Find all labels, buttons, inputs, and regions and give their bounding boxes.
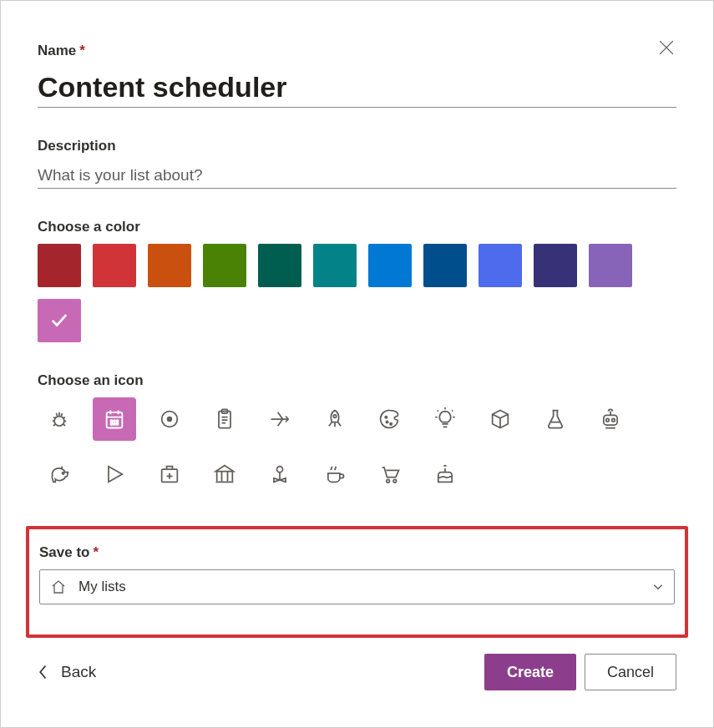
name-label-text: Name bbox=[38, 43, 76, 58]
play-icon bbox=[103, 463, 126, 486]
save-to-highlight: Save to* My lists bbox=[26, 526, 688, 638]
name-field-group: Name* bbox=[38, 43, 676, 108]
target-icon bbox=[158, 407, 181, 431]
icon-option-airplane[interactable] bbox=[258, 397, 301, 441]
svg-point-14 bbox=[386, 421, 387, 422]
icon-option-clipboard[interactable] bbox=[203, 397, 246, 441]
icon-option-bank[interactable] bbox=[203, 452, 246, 496]
icon-option-robot[interactable] bbox=[589, 397, 632, 441]
color-swatch-orange[interactable] bbox=[148, 244, 191, 287]
icon-option-rocket[interactable] bbox=[313, 397, 357, 441]
calendar-icon bbox=[103, 407, 126, 431]
svg-point-21 bbox=[277, 467, 283, 473]
airplane-icon bbox=[268, 407, 291, 431]
piggybank-icon bbox=[48, 463, 71, 486]
svg-point-9 bbox=[168, 417, 172, 422]
medical-icon bbox=[158, 463, 181, 486]
color-swatch-teal[interactable] bbox=[313, 244, 357, 287]
svg-point-17 bbox=[606, 418, 610, 422]
rocket-icon bbox=[323, 407, 347, 431]
bug-icon bbox=[48, 407, 71, 431]
create-button[interactable]: Create bbox=[484, 654, 576, 690]
svg-point-3 bbox=[114, 420, 115, 422]
bank-icon bbox=[213, 463, 236, 486]
svg-point-15 bbox=[390, 423, 392, 425]
home-icon bbox=[50, 579, 67, 595]
chevron-down-icon bbox=[652, 581, 664, 593]
robot-icon bbox=[599, 407, 622, 431]
cart-icon bbox=[378, 463, 402, 486]
name-label: Name* bbox=[38, 43, 676, 59]
choose-icon-label: Choose an icon bbox=[38, 372, 676, 389]
icon-option-cube[interactable] bbox=[479, 397, 522, 441]
choose-icon-group: Choose an icon bbox=[38, 372, 676, 496]
icon-option-cart[interactable] bbox=[368, 452, 412, 496]
icon-option-target[interactable] bbox=[148, 397, 191, 441]
icon-option-palette[interactable] bbox=[368, 397, 412, 441]
svg-point-18 bbox=[612, 418, 615, 422]
icon-option-cake[interactable] bbox=[423, 452, 467, 496]
svg-point-23 bbox=[393, 479, 397, 483]
svg-point-22 bbox=[387, 479, 390, 483]
clipboard-icon bbox=[213, 407, 236, 431]
palette-icon bbox=[378, 407, 402, 431]
icon-option-piggybank[interactable] bbox=[38, 452, 81, 496]
cake-icon bbox=[433, 463, 457, 486]
icon-grid bbox=[38, 397, 676, 496]
svg-point-6 bbox=[114, 423, 115, 425]
icon-option-bug[interactable] bbox=[38, 397, 81, 441]
back-label: Back bbox=[61, 663, 96, 681]
description-input[interactable] bbox=[38, 163, 676, 189]
lightbulb-icon bbox=[433, 407, 457, 431]
color-swatches bbox=[38, 244, 676, 342]
svg-point-7 bbox=[116, 423, 118, 425]
choose-color-label: Choose a color bbox=[38, 219, 676, 235]
dialog-footer: Back Create Cancel bbox=[38, 654, 676, 690]
color-swatch-dark-blue[interactable] bbox=[423, 244, 467, 287]
choose-color-group: Choose a color bbox=[38, 219, 676, 342]
svg-point-5 bbox=[110, 423, 112, 425]
color-swatch-blue[interactable] bbox=[368, 244, 412, 287]
color-swatch-red[interactable] bbox=[93, 244, 136, 287]
location-icon bbox=[268, 463, 291, 486]
back-button[interactable]: Back bbox=[38, 663, 96, 681]
svg-point-19 bbox=[63, 473, 64, 474]
chevron-left-icon bbox=[38, 664, 49, 680]
icon-option-location[interactable] bbox=[258, 452, 301, 496]
close-button[interactable] bbox=[653, 34, 680, 61]
svg-point-13 bbox=[385, 417, 387, 418]
color-swatch-dark-teal[interactable] bbox=[258, 244, 301, 287]
color-swatch-pink[interactable] bbox=[38, 299, 81, 342]
svg-point-0 bbox=[54, 417, 64, 427]
svg-point-4 bbox=[116, 420, 118, 422]
icon-option-beaker[interactable] bbox=[534, 397, 577, 441]
color-swatch-purple[interactable] bbox=[589, 244, 632, 287]
color-swatch-green[interactable] bbox=[203, 244, 246, 287]
icon-option-calendar[interactable] bbox=[93, 397, 136, 441]
description-label: Description bbox=[38, 138, 676, 154]
color-swatch-navy[interactable] bbox=[534, 244, 577, 287]
cancel-button[interactable]: Cancel bbox=[585, 654, 676, 690]
cube-icon bbox=[489, 407, 512, 431]
check-icon bbox=[50, 311, 68, 330]
icon-option-coffee[interactable] bbox=[313, 452, 357, 496]
svg-point-2 bbox=[110, 420, 112, 422]
save-to-label-text: Save to bbox=[39, 544, 89, 560]
name-input[interactable] bbox=[38, 68, 676, 108]
coffee-icon bbox=[323, 463, 347, 486]
required-asterisk: * bbox=[93, 544, 99, 560]
icon-option-play[interactable] bbox=[93, 452, 136, 496]
beaker-icon bbox=[544, 407, 567, 431]
icon-option-medical[interactable] bbox=[148, 452, 191, 496]
color-swatch-dark-red[interactable] bbox=[38, 244, 81, 287]
color-swatch-indigo[interactable] bbox=[479, 244, 522, 287]
save-to-label: Save to* bbox=[39, 544, 675, 561]
svg-point-12 bbox=[333, 415, 337, 418]
icon-option-lightbulb[interactable] bbox=[423, 397, 467, 441]
save-to-dropdown[interactable]: My lists bbox=[39, 569, 675, 604]
required-asterisk: * bbox=[79, 43, 85, 58]
close-icon bbox=[659, 40, 674, 55]
save-to-selected: My lists bbox=[78, 579, 641, 595]
description-field-group: Description bbox=[38, 138, 676, 189]
